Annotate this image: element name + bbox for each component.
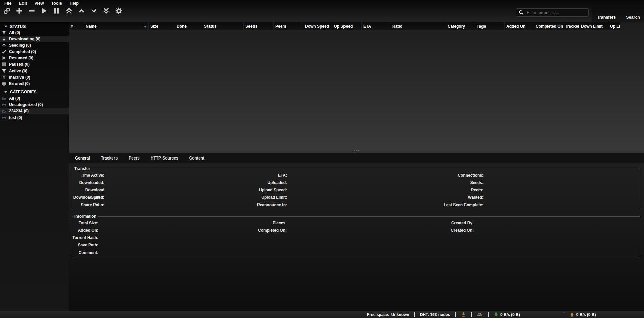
column-header-done[interactable]: Done [175, 22, 202, 30]
column-header-down-limit[interactable]: Down Limit [579, 22, 608, 30]
status-header-label: STATUS [10, 24, 26, 29]
menu-view[interactable]: View [34, 1, 44, 6]
column-header-name[interactable]: Name [84, 22, 149, 30]
detail-panel-caret[interactable] [636, 157, 639, 160]
statusbar-divider [488, 312, 489, 317]
column-header-seeds[interactable]: Seeds [244, 22, 274, 30]
detail-label: Created On: [438, 227, 474, 234]
column-header-down-speed[interactable]: Down Speed [303, 22, 332, 30]
sidebar-status-paused-0[interactable]: Paused (0) [0, 61, 69, 67]
sort-desc-icon [144, 26, 147, 28]
sidebar-status-downloading-0[interactable]: Downloading (0) [0, 36, 69, 42]
column-header-status[interactable]: Status [202, 22, 244, 30]
column-header-completed-on[interactable]: Completed On [534, 22, 563, 30]
menu-file[interactable]: File [4, 1, 12, 6]
column-header-added-on[interactable]: Added On [505, 22, 534, 30]
folder-icon [2, 109, 6, 113]
main-tab-transfers[interactable]: Transfers [597, 15, 616, 20]
top-priority-button[interactable] [65, 7, 73, 15]
column-header-category[interactable]: Category [446, 22, 475, 30]
detail-label: Download Limit: [72, 194, 104, 201]
menu-help[interactable]: Help [70, 1, 79, 6]
detail-row-time-active: Time Active: [72, 172, 255, 179]
detail-label: Last Seen Complete: [438, 201, 484, 209]
sidebar-item-label: Inactive (0) [9, 75, 30, 80]
sidebar-status-completed-0[interactable]: Completed (0) [0, 48, 69, 55]
status-section-header[interactable]: STATUS [0, 24, 69, 29]
down-arrow-icon [494, 312, 499, 317]
detail-row-comment: Comment: [72, 249, 255, 256]
categories-section-header[interactable]: CATEGORIES [0, 89, 69, 95]
add-torrent-link-button[interactable] [3, 7, 11, 15]
sidebar-status-resumed-0[interactable]: Resumed (0) [0, 55, 69, 61]
menu-bar: FileEditViewToolsHelp [4, 0, 79, 6]
detail-row-share-ratio: Share Ratio: [72, 201, 255, 209]
detail-tab-content[interactable]: Content [189, 156, 204, 161]
search-input[interactable] [526, 10, 586, 15]
column-header-size[interactable]: Size [149, 22, 175, 30]
sidebar-category-234234-0[interactable]: 234234 (0) [0, 108, 69, 114]
column-header-peers[interactable]: Peers [274, 22, 303, 30]
decrease-priority-button[interactable] [90, 7, 98, 15]
connection-status[interactable] [461, 312, 466, 317]
column-header-ratio[interactable]: Ratio [390, 22, 446, 30]
alt-speed-toggle[interactable] [477, 312, 483, 317]
detail-value [104, 172, 255, 179]
column-label: Peers [275, 24, 286, 29]
bottom-priority-button[interactable] [102, 7, 110, 15]
detail-label: ETA: [255, 172, 287, 179]
sidebar-status-active-0[interactable]: Active (0) [0, 67, 69, 74]
detail-label: Downloaded: [72, 179, 104, 186]
caret-down-icon [4, 91, 7, 94]
sidebar-status-inactive-0[interactable]: Inactive (0) [0, 74, 69, 80]
column-header-icon[interactable] [78, 22, 84, 30]
sidebar-item-label: Completed (0) [9, 49, 36, 54]
column-label: Size [150, 24, 158, 29]
plus-icon [15, 7, 23, 15]
detail-tab-http-sources[interactable]: HTTP Sources [151, 156, 178, 161]
column-header-tags[interactable]: Tags [475, 22, 505, 30]
arrow-up-icon [2, 43, 6, 48]
detail-tab-peers[interactable]: Peers [129, 156, 140, 161]
upload-speed[interactable]: 0 B/s (0 B) [569, 312, 596, 317]
detail-label: Completed On: [255, 227, 287, 234]
menu-tools[interactable]: Tools [51, 1, 62, 6]
sidebar-category-uncategorized-0[interactable]: Uncategorized (0) [0, 101, 69, 108]
add-torrent-file-button[interactable] [15, 7, 23, 15]
download-speed[interactable]: 0 B/s (0 B) [494, 312, 520, 317]
sidebar-status-seeding-0[interactable]: Seeding (0) [0, 42, 69, 48]
delete-torrent-button[interactable] [28, 7, 36, 15]
dht-nodes: DHT: 163 nodes [420, 312, 450, 317]
sidebar-category-test-0[interactable]: test (0) [0, 114, 69, 121]
sidebar-category-all-0[interactable]: All (0) [0, 95, 69, 101]
column-header-up-speed[interactable]: Up Speed [332, 22, 362, 30]
detail-label: Save Path: [72, 241, 98, 249]
fs-transfer-column-0: Time Active:Downloaded:Download Speed:Do… [72, 172, 255, 209]
increase-priority-button[interactable] [77, 7, 85, 15]
torrent-list[interactable]: #NameSizeDoneStatusSeedsPeersDown SpeedU… [69, 22, 644, 148]
fs-transfer-column-2: Connections:Seeds:Peers:Wasted:Last Seen… [438, 172, 640, 209]
sidebar-status-errored-0[interactable]: Errored (0) [0, 80, 69, 87]
column-header-eta[interactable]: ETA [362, 22, 390, 30]
sidebar-item-label: test (0) [9, 115, 22, 120]
detail-tab-general[interactable]: General [75, 156, 90, 161]
detail-tab-trackers[interactable]: Trackers [101, 156, 118, 161]
up-arrow-icon [569, 312, 574, 317]
column-label: Added On [506, 24, 525, 29]
detail-label: Download Speed: [72, 186, 104, 194]
options-button[interactable] [114, 7, 123, 15]
sidebar: STATUSAll (0)Downloading (0)Seeding (0)C… [0, 22, 69, 311]
sidebar-status-all-0[interactable]: All (0) [0, 29, 69, 36]
column-label: Down Speed [305, 24, 329, 29]
menu-edit[interactable]: Edit [19, 1, 27, 6]
folder-icon [2, 102, 6, 107]
main-tab-search[interactable]: Search [626, 15, 640, 20]
detail-value [287, 194, 438, 201]
resume-button[interactable] [40, 7, 48, 15]
column-header-up-limit[interactable]: Up Limit [608, 22, 620, 30]
pause-button[interactable] [52, 7, 60, 15]
panel-splitter[interactable]: ... [69, 148, 644, 153]
torrent-table-header: #NameSizeDoneStatusSeedsPeersDown SpeedU… [69, 22, 620, 30]
column-header-[interactable]: # [69, 22, 78, 30]
column-header-tracker[interactable]: Tracker [563, 22, 579, 30]
